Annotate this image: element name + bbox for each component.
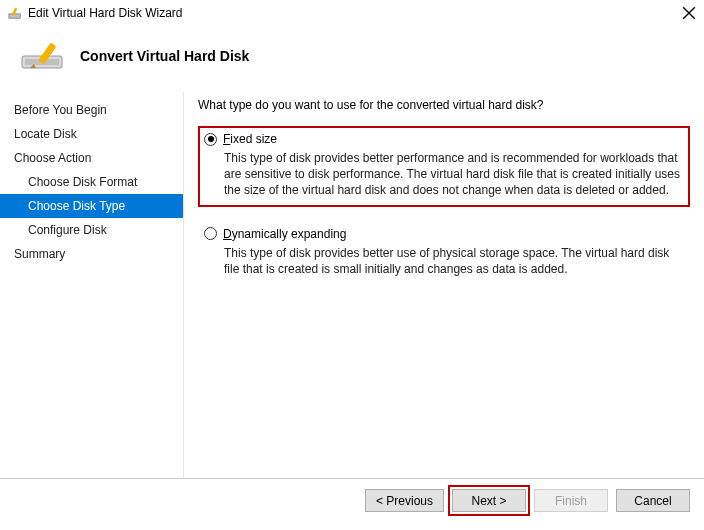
step-item[interactable]: Locate Disk (0, 122, 183, 146)
next-button[interactable]: Next > (452, 489, 526, 512)
content-pane: What type do you want to use for the con… (184, 92, 704, 478)
page-title: Convert Virtual Hard Disk (80, 48, 249, 64)
option-description: This type of disk provides better use of… (224, 245, 682, 277)
radio-row[interactable]: Fixed size (204, 132, 682, 146)
question-text: What type do you want to use for the con… (198, 98, 690, 112)
option-block: Fixed sizeThis type of disk provides bet… (198, 126, 690, 207)
main: Before You BeginLocate DiskChoose Action… (0, 92, 704, 478)
step-item[interactable]: Choose Disk Type (0, 194, 183, 218)
disk-pencil-icon (20, 40, 66, 72)
previous-button[interactable]: < Previous (365, 489, 444, 512)
window-title: Edit Virtual Hard Disk Wizard (28, 6, 183, 20)
step-item[interactable]: Summary (0, 242, 183, 266)
footer: < Previous Next > Finish Cancel (0, 478, 704, 522)
step-item[interactable]: Choose Action (0, 146, 183, 170)
titlebar: Edit Virtual Hard Disk Wizard (0, 0, 704, 26)
wizard-icon (8, 6, 22, 20)
finish-button: Finish (534, 489, 608, 512)
step-item[interactable]: Before You Begin (0, 98, 183, 122)
steps-list: Before You BeginLocate DiskChoose Action… (0, 92, 184, 478)
radio-button[interactable] (204, 227, 217, 240)
option-description: This type of disk provides better perfor… (224, 150, 682, 199)
header-band: Convert Virtual Hard Disk (0, 26, 704, 92)
close-icon[interactable] (682, 6, 696, 20)
radio-label: Dynamically expanding (223, 227, 346, 241)
radio-row[interactable]: Dynamically expanding (204, 227, 682, 241)
radio-label: Fixed size (223, 132, 277, 146)
step-item[interactable]: Configure Disk (0, 218, 183, 242)
step-item[interactable]: Choose Disk Format (0, 170, 183, 194)
cancel-button[interactable]: Cancel (616, 489, 690, 512)
option-block: Dynamically expandingThis type of disk p… (198, 221, 690, 285)
radio-button[interactable] (204, 133, 217, 146)
titlebar-left: Edit Virtual Hard Disk Wizard (8, 6, 183, 20)
